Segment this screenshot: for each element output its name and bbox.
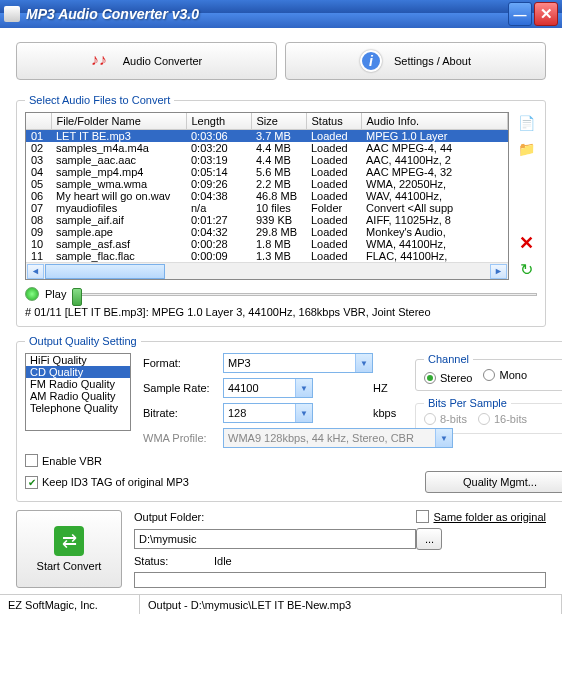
play-icon[interactable]	[25, 287, 39, 301]
channel-legend: Channel	[424, 353, 473, 365]
settings-about-button[interactable]: i Settings / About	[285, 42, 546, 80]
table-row[interactable]: 10sample_asf.asf0:00:281.8 MBLoadedWMA, …	[26, 238, 508, 250]
table-row[interactable]: 02samples_m4a.m4a0:03:204.4 MBLoadedAAC …	[26, 142, 508, 154]
mono-radio[interactable]: Mono	[483, 369, 527, 381]
channel-fieldset: Channel Stereo Mono	[415, 353, 562, 391]
scroll-left-icon[interactable]: ◄	[27, 264, 44, 279]
add-file-button[interactable]: 📄	[515, 112, 537, 134]
table-row[interactable]: 06My heart will go on.wav0:04:3846.8 MBL…	[26, 190, 508, 202]
bits16-radio: 16-bits	[478, 413, 527, 425]
table-row[interactable]: 09sample.ape0:04:3229.8 MBLoadedMonkey's…	[26, 226, 508, 238]
chevron-down-icon: ▼	[295, 404, 312, 422]
play-slider[interactable]	[72, 286, 537, 302]
progress-bar	[134, 572, 546, 588]
stereo-radio[interactable]: Stereo	[424, 372, 472, 384]
kbps-label: kbps	[373, 407, 403, 419]
col-info[interactable]: Audio Info.	[361, 113, 508, 130]
preset-item[interactable]: AM Radio Quality	[26, 390, 130, 402]
preset-item[interactable]: CD Quality	[26, 366, 130, 378]
col-name[interactable]: File/Folder Name	[51, 113, 186, 130]
music-note-icon: ♪♪	[91, 51, 111, 71]
table-row[interactable]: 04sample_mp4.mp40:05:145.6 MBLoadedAAC M…	[26, 166, 508, 178]
bitrate-combo[interactable]: 128▼	[223, 403, 313, 423]
quality-mgmt-button[interactable]: Quality Mgmt...	[425, 471, 562, 493]
wmaprofile-combo: WMA9 128kbps, 44 kHz, Stereo, CBR▼	[223, 428, 453, 448]
files-legend: Select Audio Files to Convert	[25, 94, 174, 106]
bitrate-label: Bitrate:	[143, 407, 223, 419]
output-folder-field[interactable]: D:\mymusic	[134, 529, 416, 549]
files-fieldset: Select Audio Files to Convert File/Folde…	[16, 94, 546, 327]
scroll-thumb[interactable]	[45, 264, 165, 279]
table-row[interactable]: 07myaudiofilesn/a10 filesFolderConvert <…	[26, 202, 508, 214]
add-folder-button[interactable]: 📁	[515, 138, 537, 160]
start-convert-label: Start Convert	[37, 560, 102, 572]
status-value: Idle	[214, 555, 546, 567]
start-convert-button[interactable]: ⇄ Start Convert	[16, 510, 122, 588]
title-bar: MP3 Audio Converter v3.0 — ✕	[0, 0, 562, 28]
keep-id3-check[interactable]: ✔Keep ID3 TAG of original MP3	[25, 476, 189, 489]
format-combo[interactable]: MP3▼	[223, 353, 373, 373]
chevron-down-icon: ▼	[355, 354, 372, 372]
play-label[interactable]: Play	[45, 288, 66, 300]
enable-vbr-check[interactable]: Enable VBR	[25, 454, 102, 467]
company-cell: EZ SoftMagic, Inc.	[0, 595, 140, 614]
close-button[interactable]: ✕	[534, 2, 558, 26]
chevron-down-icon: ▼	[435, 429, 452, 447]
file-table[interactable]: File/Folder Name Length Size Status Audi…	[25, 112, 509, 280]
output-cell: Output - D:\mymusic\LET IT BE-New.mp3	[140, 595, 562, 614]
samplerate-combo[interactable]: 44100▼	[223, 378, 313, 398]
preset-item[interactable]: HiFi Quality	[26, 354, 130, 366]
info-icon: i	[360, 50, 382, 72]
samplerate-label: Sample Rate:	[143, 382, 223, 394]
output-fieldset: Output Quality Setting HiFi QualityCD Qu…	[16, 335, 562, 502]
app-icon	[4, 6, 20, 22]
horizontal-scrollbar[interactable]: ◄ ►	[26, 262, 508, 279]
table-row[interactable]: 05sample_wma.wma0:09:262.2 MBLoadedWMA, …	[26, 178, 508, 190]
convert-arrows-icon: ⇄	[54, 526, 84, 556]
minimize-button[interactable]: —	[508, 2, 532, 26]
hz-label: HZ	[373, 382, 403, 394]
refresh-button[interactable]: ↻	[515, 258, 537, 280]
audio-converter-button[interactable]: ♪♪ Audio Converter	[16, 42, 277, 80]
col-length[interactable]: Length	[186, 113, 251, 130]
output-legend: Output Quality Setting	[25, 335, 141, 347]
preset-item[interactable]: FM Radio Quality	[26, 378, 130, 390]
col-size[interactable]: Size	[251, 113, 306, 130]
format-label: Format:	[143, 357, 223, 369]
table-row[interactable]: 01LET IT BE.mp30:03:063.7 MBLoadedMPEG 1…	[26, 130, 508, 143]
bits8-radio: 8-bits	[424, 413, 467, 425]
status-bar: EZ SoftMagic, Inc. Output - D:\mymusic\L…	[0, 594, 562, 614]
window-title: MP3 Audio Converter v3.0	[26, 6, 506, 22]
output-folder-label: Output Folder:	[134, 511, 214, 523]
quality-preset-list[interactable]: HiFi QualityCD QualityFM Radio QualityAM…	[25, 353, 131, 431]
chevron-down-icon: ▼	[295, 379, 312, 397]
settings-about-label: Settings / About	[394, 55, 471, 67]
bits-legend: Bits Per Sample	[424, 397, 511, 409]
preset-item[interactable]: Telephone Quality	[26, 402, 130, 414]
table-row[interactable]: 03sample_aac.aac0:03:194.4 MBLoadedAAC, …	[26, 154, 508, 166]
col-status[interactable]: Status	[306, 113, 361, 130]
col-num[interactable]	[26, 113, 51, 130]
remove-button[interactable]: ✕	[515, 232, 537, 254]
browse-button[interactable]: ...	[416, 528, 442, 550]
scroll-right-icon[interactable]: ►	[490, 264, 507, 279]
file-info-line: # 01/11 [LET IT BE.mp3]: MPEG 1.0 Layer …	[25, 306, 537, 318]
table-row[interactable]: 08sample_aif.aif0:01:27939 KBLoadedAIFF,…	[26, 214, 508, 226]
same-folder-check[interactable]: Same folder as original	[416, 510, 546, 523]
audio-converter-label: Audio Converter	[123, 55, 203, 67]
status-label: Status:	[134, 555, 214, 567]
table-row[interactable]: 11sample_flac.flac0:00:091.3 MBLoadedFLA…	[26, 250, 508, 262]
wmaprofile-label: WMA Profile:	[143, 432, 223, 444]
